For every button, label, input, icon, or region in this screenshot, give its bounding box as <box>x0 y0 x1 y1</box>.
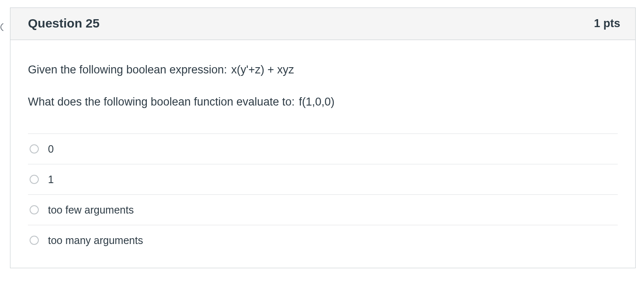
svg-point-0 <box>1 23 3 31</box>
answer-option[interactable]: too few arguments <box>28 194 618 225</box>
question-points: 1 pts <box>594 17 620 30</box>
answer-label: 0 <box>48 143 54 155</box>
answer-option[interactable]: too many arguments <box>28 225 618 255</box>
prompt-line-2-expression: f(1,0,0) <box>299 96 335 108</box>
answer-radio[interactable] <box>30 205 39 214</box>
question-body: Given the following boolean expression: … <box>10 40 635 268</box>
prompt-line-1-expression: x(y'+z) + xyz <box>231 63 294 76</box>
question-header: Question 25 1 pts <box>10 8 635 40</box>
answer-label: too few arguments <box>48 204 134 216</box>
answer-option[interactable]: 0 <box>28 133 618 164</box>
answer-label: 1 <box>48 174 54 186</box>
answer-radio[interactable] <box>30 236 39 245</box>
question-title: Question 25 <box>28 16 100 30</box>
question-card: Question 25 1 pts Given the following bo… <box>10 8 636 268</box>
answer-radio[interactable] <box>30 144 39 154</box>
prompt-line-2: What does the following boolean function… <box>28 96 618 108</box>
answer-option[interactable]: 1 <box>28 164 618 194</box>
prompt-line-2-prefix: What does the following boolean function… <box>28 96 294 108</box>
question-indicator-icon <box>0 23 3 32</box>
answer-radio[interactable] <box>30 175 39 184</box>
answer-label: too many arguments <box>48 234 143 247</box>
answers-list: 0 1 too few arguments too many arguments <box>28 133 618 255</box>
prompt-line-1-prefix: Given the following boolean expression: <box>28 63 227 76</box>
prompt-line-1: Given the following boolean expression: … <box>28 63 618 76</box>
